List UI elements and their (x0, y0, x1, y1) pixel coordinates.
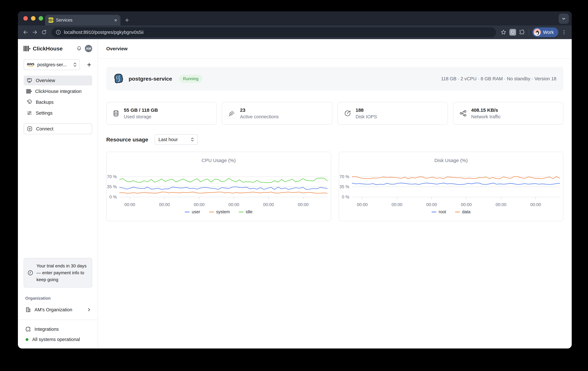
select-chevrons-icon (191, 137, 194, 142)
gauge-icon (344, 110, 351, 117)
integrations-link[interactable]: Integrations (25, 326, 91, 332)
charts-row: CPU Usage (%) 0 %35 %70 %00:0000:0000:00… (106, 152, 563, 221)
legend-item: root (431, 210, 446, 214)
main-panel: Overview postgres-service Running 118 GB… (98, 39, 572, 349)
organization-name: AM's Organization (34, 307, 72, 312)
chevron-right-icon (87, 308, 91, 312)
legend-item: user (185, 210, 200, 214)
organization-section-label: Organization (25, 296, 92, 301)
sidebar-item-label: Settings (36, 110, 52, 116)
cpu-usage-chart: CPU Usage (%) 0 %35 %70 %00:0000:0000:00… (106, 152, 331, 221)
settings-sliders-icon (27, 110, 32, 116)
svg-text:0 %: 0 % (342, 194, 349, 199)
site-info-icon[interactable] (56, 30, 61, 35)
minimize-window-button[interactable] (31, 16, 35, 20)
close-window-button[interactable] (23, 16, 28, 20)
clickhouse-favicon (48, 18, 53, 23)
sidebar-item-settings[interactable]: Settings (24, 108, 92, 118)
stat-label: Active connections (240, 114, 279, 120)
profile-name: Work (543, 30, 554, 35)
stat-card-network-traffic: 408.15 KB/s Network traffic (453, 102, 563, 125)
service-selector[interactable]: aws postgres-ser... (24, 59, 80, 70)
svg-text:00:00: 00:00 (357, 202, 368, 207)
service-name: postgres-service (129, 76, 172, 82)
time-range-select[interactable]: Last hour (155, 134, 198, 145)
address-bar[interactable]: localhost:8910/postgres/pgkybgnv0s5ii (52, 27, 496, 37)
svg-text:00:00: 00:00 (229, 202, 239, 207)
stat-label: Disk IOPS (356, 114, 377, 120)
cpu-usage-plot: 0 %35 %70 %00:0000:0000:0000:0000:0000:0… (106, 164, 331, 209)
connect-label: Connect (36, 126, 53, 131)
window-controls[interactable] (23, 16, 43, 20)
app-root: ClickHouse AM aws postgres-ser... + Over… (18, 39, 572, 349)
organization-row[interactable]: AM's Organization (25, 307, 91, 312)
page-header: Overview (98, 39, 572, 59)
service-header-card: postgres-service Running 118 GB · 2 vCPU… (106, 67, 563, 90)
network-icon (460, 110, 466, 117)
sidebar-item-backups[interactable]: Backups (24, 97, 92, 107)
sidebar-item-clickhouse-integration[interactable]: ClickHouse integration (24, 86, 92, 96)
profile-chip[interactable]: Work (532, 28, 558, 37)
legend-item: idle (239, 210, 252, 214)
clickhouse-bars-icon (27, 89, 32, 94)
back-button[interactable] (22, 29, 29, 36)
backups-history-icon (27, 99, 32, 105)
svg-text:0 %: 0 % (109, 194, 117, 199)
aws-logo-icon: aws (27, 62, 34, 67)
browser-window: Services × + localhost:8910/postgres/pgk… (18, 11, 572, 349)
tab-strip: Services × + (18, 11, 572, 25)
sidebar-item-overview[interactable]: Overview (24, 76, 92, 85)
integrations-label: Integrations (34, 327, 59, 332)
add-service-button[interactable]: + (86, 60, 92, 69)
stat-label: Network traffic (471, 114, 501, 120)
svg-text:00:00: 00:00 (391, 202, 402, 207)
organization-building-icon (25, 307, 31, 312)
legend-item: system (209, 210, 230, 214)
sidebar: ClickHouse AM aws postgres-ser... + Over… (18, 39, 98, 349)
chart-legend: usersystemidle (106, 210, 331, 214)
status-badge: Running (179, 75, 202, 83)
resource-usage-title: Resource usage (106, 137, 148, 143)
zoom-window-button[interactable] (39, 16, 43, 20)
stat-value: 408.15 KB/s (471, 107, 501, 113)
database-icon (113, 110, 119, 117)
status-text: All systems operational (32, 337, 80, 342)
forward-button[interactable] (31, 29, 38, 36)
plug-icon (229, 110, 235, 117)
browser-menu-icon[interactable] (560, 29, 567, 36)
new-tab-button[interactable]: + (125, 16, 129, 24)
tab-search-button[interactable] (559, 14, 569, 24)
browser-tab-services[interactable]: Services × (45, 15, 120, 25)
disk-usage-chart: Disk Usage (%) 0 %35 %70 %00:0000:0000:0… (339, 152, 564, 221)
screen: Services × + localhost:8910/postgres/pgk… (0, 0, 588, 371)
svg-text:00:00: 00:00 (426, 202, 437, 207)
extensions-puzzle-icon[interactable] (518, 29, 525, 36)
svg-text:00:00: 00:00 (461, 202, 472, 207)
select-chevrons-icon (73, 62, 77, 67)
user-avatar[interactable]: AM (85, 45, 92, 52)
toolbar-divider (529, 29, 529, 35)
shield-extension-icon[interactable] (509, 29, 516, 36)
svg-text:00:00: 00:00 (159, 202, 170, 207)
system-status[interactable]: All systems operational (26, 337, 91, 342)
sidebar-item-label: ClickHouse integration (35, 89, 82, 94)
stat-card-used-storage: 55 GB / 118 GB Used storage (106, 102, 217, 125)
notifications-bell-icon[interactable] (76, 45, 82, 52)
reload-button[interactable] (41, 29, 48, 36)
sidebar-item-label: Backups (36, 100, 53, 105)
disk-usage-plot: 0 %35 %70 %00:0000:0000:0000:0000:0000:0… (339, 164, 563, 209)
selected-service-name: postgres-ser... (37, 62, 70, 67)
svg-text:70 %: 70 % (339, 174, 349, 179)
sidebar-nav: Overview ClickHouse integration Backups … (24, 76, 92, 118)
sidebar-item-label: Overview (36, 78, 55, 83)
close-tab-icon[interactable]: × (114, 17, 117, 23)
resource-usage-header: Resource usage Last hour (106, 134, 563, 145)
status-dot-icon (26, 338, 28, 341)
connect-button[interactable]: Connect (24, 123, 92, 134)
svg-text:70 %: 70 % (107, 174, 117, 179)
svg-text:00:00: 00:00 (298, 202, 309, 207)
svg-text:35 %: 35 % (339, 184, 349, 189)
brand-name: ClickHouse (33, 46, 63, 52)
bookmark-star-icon[interactable] (500, 29, 507, 36)
page-title: Overview (106, 46, 127, 51)
